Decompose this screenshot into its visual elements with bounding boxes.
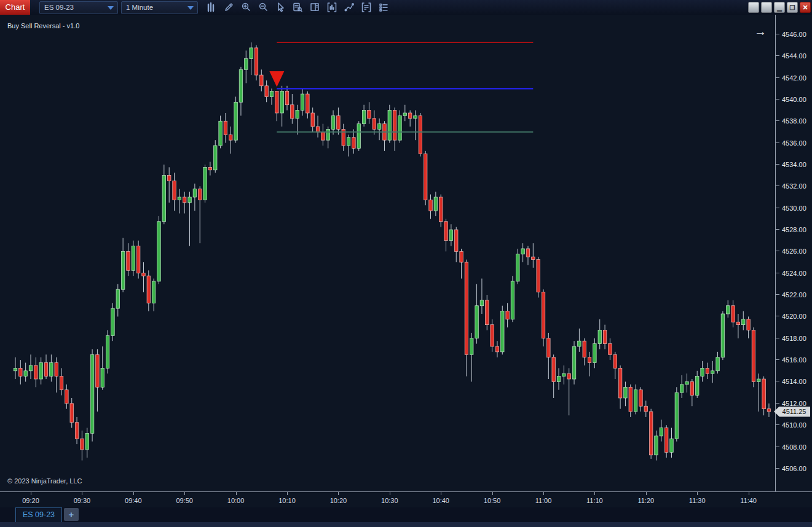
candle-down [275, 92, 279, 113]
toolbar-icons [203, 0, 392, 15]
candle-down [526, 249, 530, 257]
candle-down [142, 273, 146, 276]
candle-up [362, 111, 366, 124]
drawing-line-icon[interactable] [341, 1, 358, 14]
candle-down [321, 132, 325, 140]
data-box-icon[interactable] [289, 1, 306, 14]
candle-down [613, 354, 617, 368]
candle-down [486, 300, 489, 325]
candle-up [670, 439, 674, 452]
close-icon[interactable]: ✕ [800, 2, 811, 13]
candle-up [245, 59, 248, 70]
candle-up [280, 92, 284, 113]
candle-up [132, 246, 135, 271]
candle-down [167, 176, 171, 181]
candle-down [567, 373, 571, 379]
chart-style-icon[interactable] [203, 1, 220, 14]
scroll-to-end-arrow-icon[interactable]: → [754, 25, 767, 37]
candle-up [357, 124, 361, 149]
candle-down [644, 406, 648, 412]
candle-up [434, 197, 438, 211]
candle-up [557, 377, 561, 382]
candle-up [90, 354, 94, 433]
chart-menu-button[interactable]: Chart [0, 0, 30, 15]
candle-down [372, 119, 376, 130]
candle-up [470, 338, 473, 355]
candle-up [14, 368, 17, 370]
candle-up [239, 69, 243, 102]
candle-up [121, 251, 125, 289]
maximize-icon[interactable]: ❐ [787, 2, 798, 13]
window-bottom-edge [0, 522, 812, 527]
time-axis[interactable]: 09:2009:3009:4009:5010:0010:1010:2010:30… [0, 491, 812, 508]
candle-down [542, 292, 545, 338]
candle-down [706, 368, 709, 373]
properties-list-icon[interactable] [375, 1, 392, 14]
candle-up [234, 102, 238, 140]
candle-up [624, 387, 628, 398]
candle-up [578, 341, 581, 346]
zoom-in-icon[interactable] [237, 1, 254, 14]
candle-up [475, 306, 479, 338]
chart-plot-area[interactable]: Buy Sell Reversal - v1.0 © 2023 NinjaTra… [0, 15, 775, 491]
candle-down [609, 344, 612, 355]
candle-down [588, 357, 591, 363]
candle-up [347, 138, 350, 146]
candle-down [70, 404, 74, 423]
candle-up [106, 335, 109, 368]
candle-up [301, 94, 304, 111]
candle-up [111, 308, 115, 335]
candle-down [44, 363, 48, 377]
indicator-label: Buy Sell Reversal - v1.0 [7, 22, 79, 29]
candle-down [81, 439, 84, 450]
candle-down [444, 222, 448, 241]
instrument-dropdown[interactable]: ES 09-23 [39, 1, 118, 14]
candle-down [491, 325, 494, 346]
zoom-out-icon[interactable] [254, 1, 272, 14]
candle-down [639, 390, 643, 407]
candle-down [537, 260, 540, 292]
candle-up [675, 392, 679, 439]
candle-down [752, 330, 755, 382]
candle-up [219, 121, 223, 146]
candle-up [29, 365, 33, 371]
candle-down [603, 330, 607, 344]
candle-down [254, 48, 258, 75]
last-price-value: 4511.25 [778, 408, 806, 415]
candle-down [75, 423, 79, 439]
window-button-blank-1[interactable] [748, 2, 759, 13]
candle-down [198, 189, 202, 200]
last-price-marker: 4511.25 [774, 407, 810, 417]
price-axis[interactable]: 4506.004508.004510.004512.004514.004516.… [775, 15, 812, 491]
candle-down [34, 365, 38, 379]
minimize-icon[interactable]: ▁ [774, 2, 785, 13]
candle-up [414, 115, 417, 118]
tab-es-09-23[interactable]: ES 09-23 [15, 507, 62, 523]
add-tab-button[interactable]: + [64, 508, 79, 521]
drawing-tools-icon[interactable] [220, 1, 237, 14]
indicators-icon[interactable] [323, 1, 341, 14]
candle-up [101, 368, 104, 387]
candle-down [183, 197, 186, 203]
candle-down [337, 115, 341, 129]
cursor-icon[interactable] [272, 1, 289, 14]
chart-trader-icon[interactable] [306, 1, 323, 14]
strategies-icon[interactable] [358, 1, 375, 14]
candle-up [24, 371, 28, 377]
candle-up [721, 314, 725, 357]
candle-up [388, 111, 392, 141]
window-button-blank-2[interactable] [761, 2, 772, 13]
candle-up [757, 379, 761, 381]
candle-up [39, 363, 43, 380]
candle-down [495, 346, 499, 352]
interval-dropdown[interactable]: 1 Minute [121, 1, 198, 14]
candle-up [116, 289, 120, 308]
chevron-down-icon [187, 6, 194, 10]
candle-up [685, 381, 689, 384]
candle-down [285, 92, 289, 105]
candle-up [480, 300, 484, 306]
candle-down [316, 127, 320, 132]
candle-up [680, 385, 684, 392]
candle-down [419, 115, 422, 154]
interval-dropdown-value: 1 Minute [126, 4, 153, 11]
